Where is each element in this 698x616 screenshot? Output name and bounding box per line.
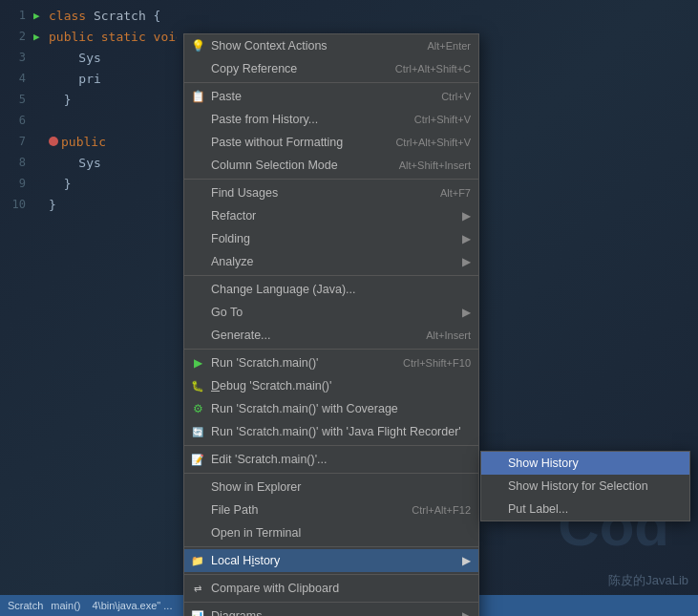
- code-line-2: 2 ▶ public static void main(: [0, 26, 177, 47]
- code-editor[interactable]: 1 ▶ class Scratch { 2 ▶ public static vo…: [0, 0, 177, 616]
- submenu-arrow-icon: ▶: [462, 209, 471, 223]
- menu-run-recorder[interactable]: 🔄 Run 'Scratch.main()' with 'Java Flight…: [184, 420, 478, 443]
- separator: [184, 82, 478, 83]
- menu-folding[interactable]: Folding ▶: [184, 227, 478, 250]
- explorer-icon: [190, 479, 205, 495]
- submenu-show-history[interactable]: Show History: [481, 452, 689, 475]
- menu-debug-main[interactable]: 🐛 Debug 'Scratch.main()': [184, 374, 478, 397]
- separator: [184, 574, 478, 575]
- menu-label: Run 'Scratch.main()' with Coverage: [211, 402, 398, 415]
- submenu-show-history-selection[interactable]: Show History for Selection: [481, 475, 689, 498]
- line-number: 4: [5, 72, 26, 85]
- line-number: 6: [5, 114, 26, 127]
- menu-file-path[interactable]: File Path Ctrl+Alt+F12: [184, 499, 478, 521]
- diagrams-icon: 📊: [190, 608, 205, 616]
- menu-run-coverage[interactable]: ⚙ Run 'Scratch.main()' with Coverage: [184, 397, 478, 420]
- local-history-submenu: Show History Show History for Selection …: [480, 451, 690, 521]
- run-arrow-icon: ▶: [33, 10, 47, 22]
- status-method: main(): [51, 600, 80, 611]
- menu-go-to[interactable]: Go To ▶: [184, 301, 478, 324]
- code-line-6: 6 ▶: [0, 110, 177, 131]
- submenu-arrow-icon: ▶: [462, 232, 471, 245]
- separator: [184, 546, 478, 547]
- menu-change-language[interactable]: Change Language (Java)...: [184, 278, 478, 301]
- menu-label: Show Context Actions: [211, 39, 328, 53]
- menu-label: Change Language (Java)...: [211, 283, 356, 296]
- menu-label: Paste without Formatting: [211, 136, 343, 149]
- shortcut-label: Ctrl+V: [422, 91, 471, 102]
- menu-diagrams[interactable]: 📊 Diagrams ▶: [184, 605, 478, 616]
- menu-label: Generate...: [211, 329, 271, 342]
- shortcut-label: Alt+Enter: [408, 40, 471, 52]
- menu-edit-main[interactable]: 📝 Edit 'Scratch.main()'...: [184, 448, 478, 471]
- submenu-arrow-icon: ▶: [462, 255, 471, 268]
- menu-find-usages[interactable]: Find Usages Alt+F7: [184, 181, 478, 204]
- filepath-icon: [190, 502, 205, 518]
- line-number: 3: [5, 51, 26, 64]
- menu-local-history[interactable]: 📁 Local History ▶: [184, 549, 478, 572]
- find-usages-icon: [190, 185, 205, 201]
- menu-label: Show in Explorer: [211, 480, 302, 494]
- menu-label: Copy Reference: [211, 62, 297, 75]
- shortcut-label: Ctrl+Alt+F12: [392, 504, 471, 516]
- menu-compare-clipboard[interactable]: ⇄ Compare with Clipboard: [184, 577, 478, 600]
- shortcut-label: Ctrl+Shift+F10: [384, 357, 471, 369]
- goto-icon: [190, 305, 205, 320]
- menu-label: Put Label...: [508, 502, 568, 516]
- line-number: 10: [5, 198, 26, 211]
- menu-refactor[interactable]: Refactor ▶: [184, 204, 478, 227]
- menu-show-context-actions[interactable]: 💡 Show Context Actions Alt+Enter: [184, 34, 478, 57]
- compare-icon: ⇄: [190, 581, 205, 596]
- coverage-icon: ⚙: [190, 401, 205, 416]
- menu-paste-no-format[interactable]: Paste without Formatting Ctrl+Alt+Shift+…: [184, 131, 478, 154]
- line-number: 1: [5, 9, 26, 22]
- menu-label: Go To: [211, 306, 243, 319]
- context-menu: 💡 Show Context Actions Alt+Enter Copy Re…: [183, 33, 479, 616]
- separator: [184, 602, 478, 603]
- local-history-icon: 📁: [190, 553, 205, 568]
- menu-paste[interactable]: 📋 Paste Ctrl+V: [184, 85, 478, 108]
- menu-label: Diagrams: [211, 609, 263, 616]
- menu-show-in-explorer[interactable]: Show in Explorer: [184, 476, 478, 499]
- submenu-put-label[interactable]: Put Label...: [481, 498, 689, 520]
- code-line-5: 5 ▶ }: [0, 89, 177, 110]
- menu-run-main[interactable]: ▶ Run 'Scratch.main()' Ctrl+Shift+F10: [184, 351, 478, 374]
- menu-paste-history[interactable]: Paste from History... Ctrl+Shift+V: [184, 108, 478, 131]
- breakpoint-indicator: [49, 137, 58, 146]
- run-icon: ▶: [190, 355, 205, 371]
- shortcut-label: Alt+Insert: [407, 329, 471, 341]
- refactor-icon: [190, 208, 205, 223]
- paste-history-icon: [190, 112, 205, 127]
- separator: [184, 473, 478, 474]
- menu-label: Show History: [508, 457, 579, 470]
- menu-copy-reference[interactable]: Copy Reference Ctrl+Alt+Shift+C: [184, 57, 478, 80]
- menu-label: Debug 'Scratch.main()': [211, 379, 331, 393]
- menu-analyze[interactable]: Analyze ▶: [184, 250, 478, 273]
- line-number: 5: [5, 93, 26, 106]
- menu-open-terminal[interactable]: Open in Terminal: [184, 521, 478, 544]
- menu-label: Paste: [211, 90, 242, 103]
- debug-icon: 🐛: [190, 378, 205, 393]
- submenu-arrow-icon: ▶: [462, 609, 471, 616]
- code-line-1: 1 ▶ class Scratch {: [0, 5, 177, 26]
- status-java-path: 4\bin\java.exe" ...: [92, 600, 172, 611]
- menu-label: Compare with Clipboard: [211, 582, 339, 595]
- run-arrow-icon: ▶: [33, 31, 47, 43]
- menu-column-selection[interactable]: Column Selection Mode Alt+Shift+Insert: [184, 154, 478, 177]
- menu-generate[interactable]: Generate... Alt+Insert: [184, 324, 478, 347]
- shortcut-label: Alt+F7: [421, 187, 471, 199]
- recorder-icon: 🔄: [190, 424, 205, 439]
- terminal-icon: [190, 525, 205, 541]
- line-number: 7: [5, 135, 26, 148]
- change-lang-icon: [190, 282, 205, 297]
- menu-label: Analyze: [211, 255, 253, 268]
- separator: [184, 349, 478, 350]
- folding-icon: [190, 231, 205, 246]
- separator: [184, 179, 478, 180]
- submenu-arrow-icon: ▶: [462, 554, 471, 567]
- line-number: 9: [5, 177, 26, 190]
- code-line-4: 4 ▶ pri: [0, 68, 177, 89]
- edit-icon: 📝: [190, 452, 205, 467]
- shortcut-label: Ctrl+Alt+Shift+V: [376, 137, 471, 148]
- generate-icon: [190, 328, 205, 343]
